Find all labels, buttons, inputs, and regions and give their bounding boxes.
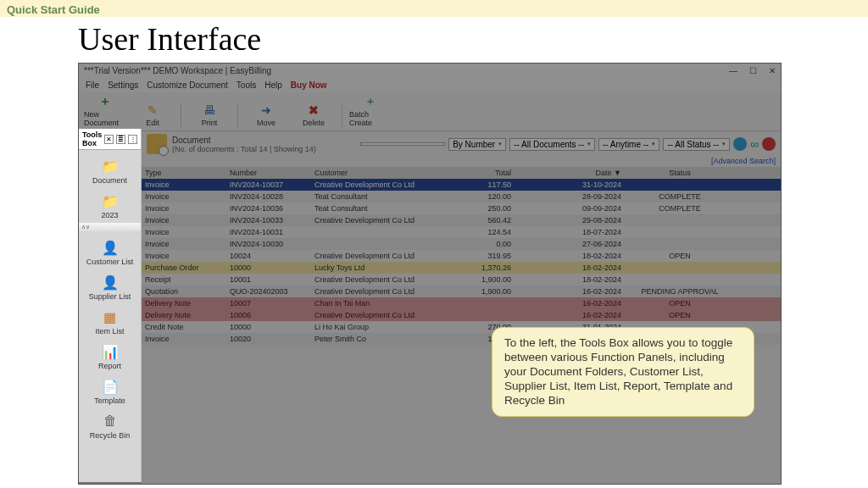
grid-view-icon[interactable]: ⋮ bbox=[128, 135, 137, 144]
tools-box-header[interactable]: Tools Box ✕ ≣ ⋮ bbox=[79, 129, 141, 150]
side-recycle-bin[interactable]: 🗑Recycle Bin bbox=[79, 413, 141, 440]
customer-list-icon: 👤 bbox=[102, 239, 119, 256]
col-total[interactable]: Total bbox=[430, 167, 515, 179]
toolbar: ＋New Document✎Edit🖶Print➜Move✖Delete＋Bat… bbox=[79, 92, 781, 131]
screenshot-stage: ***Trial Version*** DEMO Workspace | Eas… bbox=[78, 63, 782, 485]
menu-customize[interactable]: Customize Document bbox=[147, 80, 228, 90]
search-input[interactable] bbox=[360, 142, 445, 146]
document-grid: Type Number Customer Total Date ▼ Status… bbox=[142, 167, 781, 484]
doc-list-subtitle: (No. of documents : Total 14 | Showing 1… bbox=[172, 145, 316, 153]
side-item-list[interactable]: ▦Item List bbox=[79, 308, 141, 336]
toolbar-batch-create-button[interactable]: ＋Batch Create bbox=[349, 94, 392, 127]
toolbar-new-document-button[interactable]: ＋New Document bbox=[84, 94, 126, 127]
table-row[interactable]: InvoiceINV2024-10028Teat Consultant120.0… bbox=[142, 191, 781, 202]
side-customer-list[interactable]: 👤Customer List bbox=[79, 239, 141, 266]
toolbar-edit-button[interactable]: ✎Edit bbox=[131, 103, 174, 127]
menu-settings[interactable]: Settings bbox=[108, 80, 138, 90]
report-icon: 📊 bbox=[102, 343, 119, 360]
item-list-icon: ▦ bbox=[102, 308, 119, 325]
col-type[interactable]: Type bbox=[142, 167, 226, 179]
menubar[interactable]: File Settings Customize Document Tools H… bbox=[79, 78, 781, 92]
table-row[interactable]: Receipt10001Creative Development Co Ltd1… bbox=[142, 274, 781, 286]
filter-status[interactable]: -- All Status --▾ bbox=[663, 138, 730, 151]
filter-docs[interactable]: -- All Documents --▾ bbox=[509, 138, 595, 151]
col-customer[interactable]: Customer bbox=[311, 167, 430, 179]
delete-icon: ✖ bbox=[306, 103, 321, 118]
toolbar-move-button[interactable]: ➜Move bbox=[245, 103, 287, 127]
side-document[interactable]: 📁Document bbox=[79, 158, 141, 185]
menu-help[interactable]: Help bbox=[264, 80, 282, 90]
table-row[interactable]: InvoiceINV2024-10037Creative Development… bbox=[142, 179, 781, 191]
table-row[interactable]: InvoiceINV2024-100300.0027-06-2024 bbox=[142, 238, 781, 250]
table-row[interactable]: QuotationQUO-202402003Creative Developme… bbox=[142, 286, 781, 297]
recycle-bin-icon: 🗑 bbox=[102, 413, 119, 430]
info-icon[interactable] bbox=[733, 137, 747, 151]
filter-time[interactable]: -- Anytime --▾ bbox=[598, 138, 659, 151]
side-supplier-list[interactable]: 👤Supplier List bbox=[79, 274, 141, 301]
folder-icon bbox=[147, 134, 167, 154]
toolbar-delete-button[interactable]: ✖Delete bbox=[292, 103, 335, 127]
edit-icon: ✎ bbox=[145, 103, 160, 118]
table-row[interactable]: InvoiceINV2024-10033Creative Development… bbox=[142, 214, 781, 226]
document-icon: 📁 bbox=[102, 158, 119, 175]
app-window: ***Trial Version*** DEMO Workspace | Eas… bbox=[78, 63, 782, 485]
window-max-button[interactable]: ☐ bbox=[749, 66, 757, 75]
toolbar-print-button[interactable]: 🖶Print bbox=[188, 103, 231, 127]
tools-box[interactable]: Tools Box ✕ ≣ ⋮ 📁Document📁2023 ∧∨ 👤Custo… bbox=[79, 129, 142, 482]
close-icon[interactable]: ✕ bbox=[104, 135, 114, 144]
tools-box-expander[interactable]: ∧∨ bbox=[79, 223, 141, 231]
window-close-button[interactable]: ✕ bbox=[769, 66, 776, 75]
filter-by[interactable]: By Number▾ bbox=[448, 138, 506, 151]
move-icon: ➜ bbox=[259, 103, 274, 118]
side-2023[interactable]: 📁2023 bbox=[79, 192, 141, 219]
side-report[interactable]: 📊Report bbox=[79, 343, 141, 370]
menu-buy-now[interactable]: Buy Now bbox=[291, 80, 327, 90]
titlebar: ***Trial Version*** DEMO Workspace | Eas… bbox=[79, 64, 781, 78]
doc-list-title: Document bbox=[172, 136, 316, 145]
col-date[interactable]: Date ▼ bbox=[515, 167, 625, 179]
table-row[interactable]: Purchase Order10000Lucky Toys Ltd1,370.2… bbox=[142, 262, 781, 274]
new-document-icon: ＋ bbox=[97, 94, 113, 109]
table-row[interactable]: Delivery Note10007Chan In Tai Man16-02-2… bbox=[142, 297, 781, 309]
supplier-list-icon: 👤 bbox=[102, 274, 119, 291]
main-pane: Document (No. of documents : Total 14 | … bbox=[142, 131, 781, 484]
table-row[interactable]: Invoice10024Creative Development Co Ltd3… bbox=[142, 250, 781, 262]
page-title: User Interface bbox=[78, 20, 868, 61]
menu-file[interactable]: File bbox=[86, 80, 99, 90]
stop-icon[interactable] bbox=[762, 137, 776, 151]
col-status[interactable]: Status bbox=[625, 167, 735, 179]
tools-box-title: Tools Box bbox=[82, 130, 102, 147]
grid-header[interactable]: Type Number Customer Total Date ▼ Status bbox=[142, 167, 781, 179]
main-header: Document (No. of documents : Total 14 | … bbox=[142, 131, 781, 157]
template-icon: 📄 bbox=[102, 378, 119, 395]
table-row[interactable]: InvoiceINV2024-10036Teat Consultant250.0… bbox=[142, 202, 781, 214]
table-row[interactable]: Delivery Note10006Creative Development C… bbox=[142, 309, 781, 321]
advanced-search-link[interactable]: [Advanced Search] bbox=[142, 157, 781, 167]
filter-bar: By Number▾ -- All Documents --▾ -- Anyti… bbox=[360, 137, 776, 151]
col-number[interactable]: Number bbox=[226, 167, 311, 179]
2023-icon: 📁 bbox=[102, 192, 119, 209]
table-row[interactable]: InvoiceINV2024-10031124.5418-07-2024 bbox=[142, 226, 781, 238]
help-callout: To the left, the Tools Box allows you to… bbox=[492, 327, 754, 417]
side-template[interactable]: 📄Template bbox=[79, 378, 141, 405]
window-min-button[interactable]: — bbox=[729, 66, 737, 75]
batch-create-icon: ＋ bbox=[363, 94, 378, 109]
guide-banner: Quick Start Guide bbox=[0, 0, 868, 17]
list-view-icon[interactable]: ≣ bbox=[116, 135, 125, 144]
sync-icon[interactable]: ∞ bbox=[750, 137, 759, 151]
window-title: ***Trial Version*** DEMO Workspace | Eas… bbox=[84, 66, 729, 75]
menu-tools[interactable]: Tools bbox=[236, 80, 256, 90]
print-icon: 🖶 bbox=[202, 103, 217, 118]
